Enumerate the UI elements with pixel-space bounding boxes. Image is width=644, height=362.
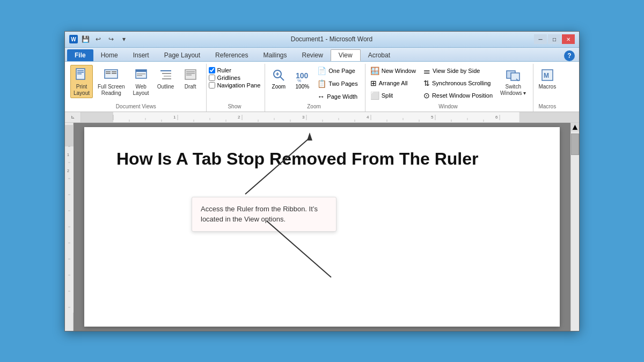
gridlines-checkbox[interactable] bbox=[209, 75, 215, 81]
ribbon: PrintLayout Full ScreenReading bbox=[65, 62, 579, 112]
vertical-scrollbar[interactable]: ▲ bbox=[570, 123, 579, 331]
one-hundred-label: 100% bbox=[296, 84, 310, 90]
one-page-icon: 📄 bbox=[317, 67, 326, 75]
svg-text:%: % bbox=[297, 78, 301, 83]
reset-window-button[interactable]: ⊙ Reset Window Position bbox=[421, 90, 495, 101]
window-content: 🪟 New Window ⊞ Arrange All ⬜ Split ⚌ bbox=[368, 65, 529, 102]
svg-rect-32 bbox=[81, 112, 579, 122]
view-side-icon: ⚌ bbox=[423, 67, 430, 75]
svg-marker-82 bbox=[307, 132, 312, 141]
page-width-label: Page Width bbox=[327, 93, 357, 100]
tab-insert[interactable]: Insert bbox=[126, 49, 157, 61]
svg-rect-14 bbox=[162, 73, 171, 74]
split-label: Split bbox=[382, 92, 393, 99]
redo-qat-button[interactable]: ↪ bbox=[106, 34, 116, 45]
macros-content: M Macros bbox=[536, 65, 559, 102]
ruler-checkbox[interactable] bbox=[209, 67, 215, 73]
title-bar-left: W 💾 ↩ ↪ ▾ bbox=[69, 34, 129, 45]
gridlines-check-item[interactable]: Gridlines bbox=[209, 75, 261, 81]
page-width-button[interactable]: ↔ Page Width bbox=[314, 91, 360, 102]
svg-text:4: 4 bbox=[367, 115, 369, 120]
svg-text:5: 5 bbox=[431, 115, 434, 120]
navigation-check-item[interactable]: Navigation Pane bbox=[209, 82, 261, 88]
svg-rect-20 bbox=[186, 75, 192, 76]
qat-dropdown-button[interactable]: ▾ bbox=[119, 34, 129, 45]
help-button[interactable]: ? bbox=[564, 50, 575, 61]
svg-rect-33 bbox=[81, 112, 113, 122]
show-label: Show bbox=[209, 104, 261, 109]
macros-button[interactable]: M Macros bbox=[536, 65, 559, 92]
tab-bar: File Home Insert Page Layout References … bbox=[65, 48, 579, 62]
document-area: 1 2 How Is A Tab Stop Removed From The R… bbox=[65, 123, 579, 331]
svg-rect-67 bbox=[65, 125, 74, 146]
two-pages-label: Two Pages bbox=[328, 80, 357, 87]
split-button[interactable]: ⬜ Split bbox=[368, 90, 419, 101]
view-side-by-side-button[interactable]: ⚌ View Side by Side bbox=[421, 65, 495, 77]
tab-home[interactable]: Home bbox=[93, 49, 126, 61]
svg-rect-10 bbox=[136, 70, 147, 72]
navigation-label: Navigation Pane bbox=[217, 82, 261, 88]
zoom-button[interactable]: Zoom bbox=[267, 65, 290, 92]
tab-file[interactable]: File bbox=[67, 49, 93, 61]
svg-rect-8 bbox=[112, 73, 116, 74]
ribbon-group-window: 🪟 New Window ⊞ Arrange All ⬜ Split ⚌ bbox=[365, 64, 534, 112]
undo-qat-button[interactable]: ↩ bbox=[93, 34, 104, 45]
new-window-icon: 🪟 bbox=[370, 67, 379, 75]
two-pages-button[interactable]: 📋 Two Pages bbox=[314, 78, 360, 90]
ribbon-group-show: Ruler Gridlines Navigation Pane Show bbox=[207, 64, 266, 112]
tab-mailings[interactable]: Mailings bbox=[255, 49, 294, 61]
scroll-thumb[interactable] bbox=[571, 134, 579, 155]
svg-rect-15 bbox=[164, 76, 171, 77]
sync-scroll-icon: ⇅ bbox=[423, 79, 430, 87]
svg-rect-13 bbox=[160, 70, 171, 71]
svg-text:1: 1 bbox=[67, 153, 69, 157]
arrange-all-button[interactable]: ⊞ Arrange All bbox=[368, 77, 419, 89]
tab-view[interactable]: View bbox=[331, 49, 361, 61]
vertical-ruler: 1 2 bbox=[65, 123, 74, 331]
new-window-button[interactable]: 🪟 New Window bbox=[368, 65, 419, 77]
one-page-button[interactable]: 📄 One Page bbox=[314, 65, 360, 77]
ruler-area: ⊾ bbox=[65, 112, 579, 123]
navigation-checkbox[interactable] bbox=[209, 82, 215, 88]
arrange-all-icon: ⊞ bbox=[370, 79, 377, 87]
switch-windows-label: SwitchWindows ▾ bbox=[500, 84, 526, 97]
one-hundred-button[interactable]: 100 % 100% bbox=[291, 65, 313, 92]
doc-scroll-area[interactable]: How Is A Tab Stop Removed From The Ruler… bbox=[74, 123, 570, 331]
draft-button[interactable]: Draft bbox=[179, 65, 202, 92]
web-layout-button[interactable]: WebLayout bbox=[130, 65, 152, 98]
svg-rect-12 bbox=[137, 75, 142, 76]
tab-acrobat[interactable]: Acrobat bbox=[361, 49, 398, 61]
document-views-label: Document Views bbox=[70, 104, 202, 109]
full-screen-reading-button[interactable]: Full ScreenReading bbox=[95, 65, 128, 98]
arrange-all-label: Arrange All bbox=[379, 80, 408, 86]
minimize-button[interactable]: ─ bbox=[534, 34, 547, 44]
maximize-button[interactable]: □ bbox=[548, 34, 561, 44]
tab-review[interactable]: Review bbox=[294, 49, 330, 61]
reset-window-label: Reset Window Position bbox=[432, 92, 493, 99]
word-window: W 💾 ↩ ↪ ▾ Document1 - Microsoft Word ─ □… bbox=[64, 31, 580, 331]
show-checks: Ruler Gridlines Navigation Pane bbox=[209, 65, 261, 91]
outline-button[interactable]: Outline bbox=[155, 65, 177, 92]
print-layout-button[interactable]: PrintLayout bbox=[70, 65, 93, 98]
svg-text:3: 3 bbox=[302, 115, 305, 120]
save-qat-button[interactable]: 💾 bbox=[80, 34, 91, 45]
ribbon-help: ? bbox=[564, 50, 577, 61]
tab-page-layout[interactable]: Page Layout bbox=[157, 49, 208, 61]
draft-label: Draft bbox=[185, 84, 196, 90]
window-right-col: ⚌ View Side by Side ⇅ Synchronous Scroll… bbox=[421, 65, 495, 101]
switch-windows-button[interactable]: SwitchWindows ▾ bbox=[497, 65, 529, 98]
svg-line-22 bbox=[280, 77, 284, 80]
outline-icon bbox=[157, 67, 174, 84]
document-views-content: PrintLayout Full ScreenReading bbox=[70, 65, 202, 102]
sync-scrolling-button[interactable]: ⇅ Synchronous Scrolling bbox=[421, 77, 495, 89]
page-width-icon: ↔ bbox=[317, 92, 325, 101]
view-side-label: View Side by Side bbox=[433, 68, 480, 74]
close-button[interactable]: ✕ bbox=[562, 34, 575, 44]
window-title: Document1 - Microsoft Word bbox=[129, 35, 534, 43]
scroll-up-button[interactable]: ▲ bbox=[571, 123, 579, 131]
tab-references[interactable]: References bbox=[208, 49, 255, 61]
ruler-check-item[interactable]: Ruler bbox=[209, 67, 261, 73]
two-pages-icon: 📋 bbox=[317, 79, 326, 88]
window-label-group: Window bbox=[368, 104, 529, 109]
ribbon-group-zoom: Zoom 100 % 100% 📄 One Page bbox=[265, 64, 365, 112]
